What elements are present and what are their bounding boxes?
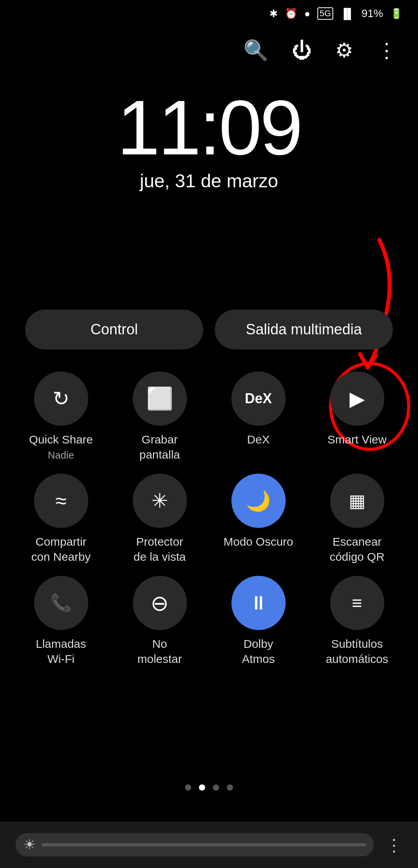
tile-dark-mode[interactable]: 🌙 Modo Oscuro [213,474,304,564]
page-dot-3 [213,784,219,791]
auto-captions-icon-wrap: ≡ [330,576,384,630]
tiles-grid: ↻ Quick ShareNadie ⬜ Grabarpantalla DeX … [0,372,418,666]
control-button[interactable]: Control [25,310,203,349]
tile-dex[interactable]: DeX DeX [213,372,304,462]
page-dot-4 [227,784,233,791]
smart-view-label: Smart View [327,432,387,447]
qr-scan-icon: ▦ [349,490,365,511]
dolby-atmos-icon-wrap: ⏸ [231,576,286,630]
battery-icon: 🔋 [390,8,403,20]
dex-icon: DeX [245,390,272,407]
tile-screen-record[interactable]: ⬜ Grabarpantalla [114,372,205,462]
tile-nearby-share[interactable]: ≈ Compartircon Nearby [15,474,106,564]
battery-text: 91% [361,7,383,20]
clock-date: jue, 31 de marzo [0,170,418,192]
buttons-row: Control Salida multimedia [0,310,418,349]
bottom-bar: ☀ ⋮ [0,822,418,868]
screen-record-icon: ⬜ [146,386,173,411]
tile-auto-captions[interactable]: ≡ Subtítulosautomáticos [312,576,403,666]
page-indicators [0,784,418,791]
eye-comfort-label: Protectorde la vista [134,534,186,564]
5g-icon: 5G [317,7,333,20]
tile-do-not-disturb[interactable]: ⊖ Nomolestar [114,576,205,666]
dark-mode-icon: 🌙 [246,489,271,513]
tile-wifi-calling[interactable]: 📞 LlamadasWi-Fi [15,576,106,666]
power-icon[interactable]: ⏻ [292,39,312,62]
dark-mode-icon-wrap: 🌙 [231,474,286,528]
clock-time: 11:09 [0,89,418,166]
wifi-calling-icon: 📞 [50,593,72,613]
do-not-disturb-icon-wrap: ⊖ [133,576,187,630]
brightness-slider[interactable]: ☀ [15,833,374,856]
top-actions: 🔍 ⏻ ⚙ ⋮ [0,39,418,62]
bluetooth-icon: ✱ [269,8,278,20]
do-not-disturb-icon: ⊖ [151,591,169,616]
dex-icon-wrap: DeX [231,372,286,426]
brightness-fill [41,843,366,846]
quick-share-icon-wrap: ↻ [34,372,88,426]
brightness-icon: ☀ [23,837,36,853]
nearby-share-label: Compartircon Nearby [31,534,91,564]
do-not-disturb-label: Nomolestar [137,636,182,666]
media-output-button[interactable]: Salida multimedia [215,310,393,349]
eye-comfort-icon: ✳ [151,489,168,512]
search-icon[interactable]: 🔍 [243,39,269,62]
nearby-share-icon: ≈ [55,489,67,512]
clock-area: 11:09 jue, 31 de marzo [0,89,418,192]
wifi-calling-label: LlamadasWi-Fi [36,636,86,666]
smart-view-icon-wrap: ▶ [330,372,384,426]
location-icon: ● [304,8,310,20]
wifi-calling-icon-wrap: 📞 [34,576,88,630]
tile-quick-share[interactable]: ↻ Quick ShareNadie [15,372,106,462]
eye-comfort-icon-wrap: ✳ [133,474,187,528]
tile-dolby-atmos[interactable]: ⏸ DolbyAtmos [213,576,304,666]
tile-eye-comfort[interactable]: ✳ Protectorde la vista [114,474,205,564]
tile-smart-view[interactable]: ▶ Smart View [312,372,403,462]
quick-share-icon: ↻ [53,387,70,410]
smart-view-icon: ▶ [349,387,365,410]
dolby-atmos-label: DolbyAtmos [242,636,275,666]
status-bar: ✱ ⏰ ● 5G ▐▌ 91% 🔋 [0,0,418,27]
auto-captions-icon: ≡ [352,592,362,613]
qr-scan-label: Escanearcódigo QR [330,534,385,564]
alarm-icon: ⏰ [285,8,297,20]
tile-qr-scan[interactable]: ▦ Escanearcódigo QR [312,474,403,564]
dolby-atmos-icon: ⏸ [249,592,268,614]
auto-captions-label: Subtítulosautomáticos [326,636,389,666]
screen-record-icon-wrap: ⬜ [133,372,187,426]
signal-icon: ▐▌ [340,8,355,20]
dark-mode-label: Modo Oscuro [223,534,293,549]
quick-share-label: Quick ShareNadie [29,432,93,462]
screen-record-label: Grabarpantalla [139,432,180,462]
more-icon[interactable]: ⋮ [377,39,397,62]
annotation-arrow [333,232,395,379]
qr-scan-icon-wrap: ▦ [330,474,384,528]
page-dot-2 [199,784,205,791]
page-dot-1 [185,784,191,791]
nearby-share-icon-wrap: ≈ [34,474,88,528]
dex-label: DeX [247,432,269,447]
bottom-more-icon[interactable]: ⋮ [385,835,403,855]
settings-icon[interactable]: ⚙ [335,39,353,62]
